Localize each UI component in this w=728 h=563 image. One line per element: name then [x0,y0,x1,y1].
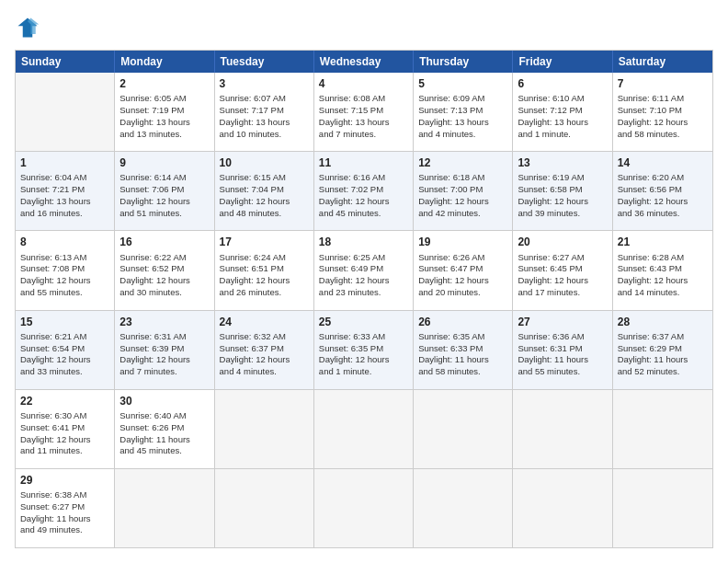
day-info-line: Sunset: 6:45 PM [518,263,607,275]
header [15,15,713,40]
day-info-line: Sunrise: 6:24 AM [220,252,309,264]
day-info-line: Daylight: 12 hours [20,434,109,446]
day-number: 14 [618,155,708,170]
calendar-cell-r2-c0: 8Sunrise: 6:13 AMSunset: 7:08 PMDaylight… [16,231,115,309]
day-info-line: Sunset: 7:13 PM [418,105,507,117]
day-number: 17 [220,235,309,249]
day-info-line: and 7 minutes. [119,366,209,378]
day-info-line: Sunrise: 6:07 AM [220,93,309,105]
day-number: 4 [319,76,408,91]
day-number: 21 [618,235,708,249]
day-info-line: Daylight: 12 hours [618,117,708,129]
calendar-cell-r2-c5: 20Sunrise: 6:27 AMSunset: 6:45 PMDayligh… [513,231,612,309]
day-number: 24 [220,315,309,329]
day-info-line: Sunrise: 6:35 AM [418,331,507,343]
day-info-line: Sunrise: 6:05 AM [119,93,209,105]
day-info-line: Daylight: 12 hours [119,196,209,208]
day-info-line: Daylight: 12 hours [119,275,209,287]
day-number: 30 [119,394,209,408]
day-info-line: Sunrise: 6:16 AM [319,172,408,184]
day-info-line: Sunset: 7:02 PM [319,184,408,196]
calendar-cell-r5-c1 [115,469,214,547]
calendar-cell-r5-c5 [513,469,612,547]
header-cell-wednesday: Wednesday [314,51,414,73]
header-cell-saturday: Saturday [613,51,712,73]
day-info-line: and 4 minutes. [418,129,507,141]
day-info-line: Daylight: 12 hours [220,354,309,366]
calendar-cell-r4-c4 [414,390,513,468]
day-info-line: Sunset: 7:08 PM [20,263,109,275]
day-info-line: and 39 minutes. [518,208,607,220]
day-number: 11 [319,155,408,170]
day-info-line: Sunset: 6:49 PM [319,263,408,275]
day-info-line: Sunset: 7:06 PM [119,184,209,196]
day-info-line: Sunrise: 6:33 AM [319,331,408,343]
day-number: 1 [20,155,109,170]
calendar-cell-r0-c1: 2Sunrise: 6:05 AMSunset: 7:19 PMDaylight… [115,73,214,151]
calendar-cell-r0-c4: 5Sunrise: 6:09 AMSunset: 7:13 PMDaylight… [414,73,513,151]
day-info-line: Sunset: 6:54 PM [20,343,109,355]
day-info-line: Sunset: 7:15 PM [319,105,408,117]
day-number: 23 [119,315,209,329]
day-info-line: and 33 minutes. [20,366,109,378]
day-number: 27 [518,315,607,329]
day-info-line: Sunrise: 6:04 AM [20,172,109,184]
day-info-line: Daylight: 11 hours [618,354,708,366]
day-number: 10 [220,155,309,170]
day-info-line: Sunset: 6:51 PM [220,263,309,275]
calendar-cell-r1-c1: 9Sunrise: 6:14 AMSunset: 7:06 PMDaylight… [115,152,214,230]
calendar-cell-r5-c0: 29Sunrise: 6:38 AMSunset: 6:27 PMDayligh… [16,469,115,547]
calendar-cell-r2-c3: 18Sunrise: 6:25 AMSunset: 6:49 PMDayligh… [314,231,414,309]
calendar-cell-r3-c1: 23Sunrise: 6:31 AMSunset: 6:39 PMDayligh… [115,311,214,389]
day-info-line: Sunset: 6:31 PM [518,343,607,355]
calendar-cell-r2-c1: 16Sunrise: 6:22 AMSunset: 6:52 PMDayligh… [115,231,214,309]
day-info-line: Sunset: 6:41 PM [20,422,109,434]
day-info-line: Daylight: 13 hours [20,196,109,208]
calendar-body: 2Sunrise: 6:05 AMSunset: 7:19 PMDaylight… [16,73,712,547]
calendar-cell-r4-c0: 22Sunrise: 6:30 AMSunset: 6:41 PMDayligh… [16,390,115,468]
day-info-line: and 45 minutes. [119,445,209,457]
day-info-line: and 58 minutes. [618,129,708,141]
day-number: 12 [418,155,507,170]
calendar-header-row: SundayMondayTuesdayWednesdayThursdayFrid… [16,51,712,73]
day-info-line: and 55 minutes. [518,366,607,378]
day-info-line: Daylight: 12 hours [618,275,708,287]
day-info-line: Sunrise: 6:32 AM [220,331,309,343]
day-number: 22 [20,394,109,408]
day-info-line: Sunset: 7:04 PM [220,184,309,196]
day-info-line: and 14 minutes. [618,287,708,299]
calendar: SundayMondayTuesdayWednesdayThursdayFrid… [15,50,713,548]
calendar-cell-r0-c2: 3Sunrise: 6:07 AMSunset: 7:17 PMDaylight… [215,73,314,151]
day-info-line: Daylight: 12 hours [518,275,607,287]
calendar-cell-r1-c4: 12Sunrise: 6:18 AMSunset: 7:00 PMDayligh… [414,152,513,230]
day-info-line: Sunrise: 6:19 AM [518,172,607,184]
calendar-row-3: 15Sunrise: 6:21 AMSunset: 6:54 PMDayligh… [16,310,712,389]
day-info-line: Sunrise: 6:37 AM [618,331,708,343]
day-info-line: Sunrise: 6:21 AM [20,331,109,343]
calendar-row-0: 2Sunrise: 6:05 AMSunset: 7:19 PMDaylight… [16,73,712,151]
day-info-line: and 20 minutes. [418,287,507,299]
day-info-line: Sunrise: 6:11 AM [618,93,708,105]
calendar-cell-r2-c2: 17Sunrise: 6:24 AMSunset: 6:51 PMDayligh… [215,231,314,309]
day-info-line: Sunset: 6:27 PM [20,501,109,513]
calendar-cell-r0-c0 [16,73,115,151]
day-number: 29 [20,473,109,488]
day-info-line: Sunset: 6:47 PM [418,263,507,275]
day-info-line: Sunrise: 6:40 AM [119,410,209,422]
day-info-line: and 4 minutes. [220,366,309,378]
day-info-line: and 30 minutes. [119,287,209,299]
day-info-line: and 45 minutes. [319,208,408,220]
day-info-line: Sunset: 6:39 PM [119,343,209,355]
logo-icon [15,15,40,40]
day-info-line: Sunrise: 6:18 AM [418,172,507,184]
day-info-line: Daylight: 12 hours [618,196,708,208]
day-info-line: Sunrise: 6:14 AM [119,172,209,184]
calendar-cell-r0-c6: 7Sunrise: 6:11 AMSunset: 7:10 PMDaylight… [613,73,712,151]
calendar-row-5: 29Sunrise: 6:38 AMSunset: 6:27 PMDayligh… [16,468,712,547]
day-info-line: Sunset: 7:19 PM [119,105,209,117]
header-cell-sunday: Sunday [16,51,115,73]
day-number: 9 [119,155,209,170]
day-info-line: Sunset: 6:29 PM [618,343,708,355]
day-info-line: Sunrise: 6:13 AM [20,252,109,264]
calendar-cell-r4-c3 [314,390,414,468]
